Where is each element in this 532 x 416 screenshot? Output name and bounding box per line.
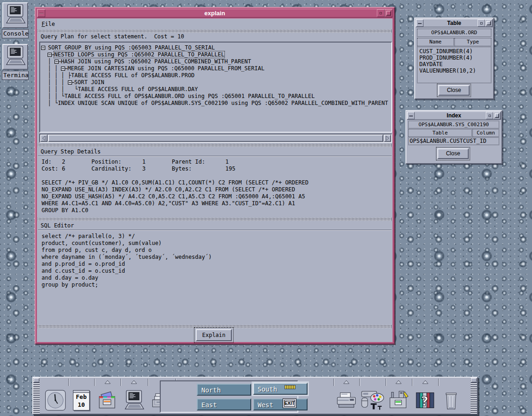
console-icon-label[interactable]: Console xyxy=(2,29,29,38)
explain-button[interactable]: Explain xyxy=(196,329,232,341)
panel-handle-left[interactable] xyxy=(33,378,40,414)
subpanel-arrow-icon[interactable] xyxy=(131,379,137,383)
query-step-sql-text: SELECT /*+ PIV_GB */ A1.C0 C0,SUM(A1.C1)… xyxy=(42,179,308,214)
plan-tree-row[interactable]: │ │ MERGE JOIN CARTESIAN using PQS :Q650… xyxy=(41,65,390,72)
plan-tree-row[interactable]: │ │ └TABLE ACCESS FULL of OPS$ALANBUR.OR… xyxy=(41,93,390,100)
window-menu-button[interactable] xyxy=(407,112,415,119)
console-window-icon[interactable] xyxy=(2,2,28,28)
table-row[interactable]: OPS$ALANBUR.CUSTCUST_ID xyxy=(410,138,499,144)
cell: CUST_ID xyxy=(463,138,487,144)
tree-expand-box[interactable] xyxy=(48,53,52,57)
minimize-button[interactable] xyxy=(478,19,485,27)
maximize-button[interactable] xyxy=(493,112,501,119)
sql-editor-text[interactable]: select /*+ parallel(o, 3) */product, cou… xyxy=(42,233,212,288)
table-col-header-name[interactable]: Name xyxy=(417,38,454,46)
workspace-button-north[interactable]: North xyxy=(197,384,251,396)
query-plan-tree[interactable]: SORT GROUP BY using PQS :Q65003 PARALLEL… xyxy=(39,42,392,133)
text-line: GROUP BY A1.C0 xyxy=(42,207,308,214)
panel-handle-button[interactable] xyxy=(471,378,477,382)
terminal-icon[interactable] xyxy=(121,387,147,413)
explain-titlebar[interactable]: explain xyxy=(37,9,393,18)
panel-handle-button[interactable] xyxy=(34,378,39,382)
index-close-button[interactable]: Close xyxy=(437,148,469,159)
detail-field-value: 195 xyxy=(225,165,236,172)
calendar-icon[interactable]: Feb10 xyxy=(68,387,94,413)
table-row[interactable]: CUST_IDNUMBER(4) xyxy=(419,48,491,55)
subpanel-arrow-icon[interactable] xyxy=(395,379,402,383)
tree-expand-box[interactable] xyxy=(68,80,72,85)
plan-tree-row[interactable]: │ │ │ SORT JOIN xyxy=(41,79,390,86)
tree-expand-box[interactable] xyxy=(41,46,45,50)
minimize-button[interactable] xyxy=(486,112,493,119)
scroll-left-arrow[interactable] xyxy=(40,135,48,142)
plan-tree-row[interactable]: NESTED LOOPS using PQS :Q65002 PARALLEL_… xyxy=(41,51,390,58)
file-manager-icon[interactable] xyxy=(95,387,121,413)
subpanel-arrow-icon[interactable] xyxy=(343,379,350,383)
text-line[interactable]: and c.cust_id = o.cust_id xyxy=(42,268,212,275)
text-line: WHERE A4.C1=A5.C1 AND A4.C0=A5.C0) A2,"C… xyxy=(42,200,308,207)
maximize-button[interactable] xyxy=(485,19,492,27)
panel-slot-divider xyxy=(412,379,413,386)
terminal-icon-label[interactable]: Terminal xyxy=(2,71,29,80)
text-line[interactable]: and p.prod_id = o.prod_id xyxy=(42,261,212,268)
plan-tree-row[interactable]: │ HASH JOIN using PQS :Q65002 PARALLEL_C… xyxy=(41,58,390,65)
subpanel-arrow-icon[interactable] xyxy=(422,379,429,383)
subpanel-arrow-icon[interactable] xyxy=(104,379,111,383)
index-col-header-column[interactable]: Column xyxy=(472,129,499,137)
text-line[interactable]: where dayname in (´monday´, ´tuesday´, ´… xyxy=(42,254,212,261)
tree-node-label[interactable]: HASH JOIN using PQS :Q65002 PARALLEL_COM… xyxy=(61,58,251,65)
tree-node-label[interactable]: MERGE JOIN CARTESIAN using PQS :Q65000 P… xyxy=(67,65,264,72)
style-manager-icon[interactable] xyxy=(360,387,386,413)
scroll-right-arrow[interactable] xyxy=(384,135,391,142)
plan-tree-row[interactable]: │ │ │ └TABLE ACCESS FULL of OPS$ALANBUR.… xyxy=(41,86,390,93)
panel-handle-right[interactable] xyxy=(471,378,477,414)
window-menu-button[interactable] xyxy=(37,9,45,17)
tree-node-label[interactable]: SORT GROUP BY using PQS :Q65003 PARALLEL… xyxy=(48,44,215,51)
table-row[interactable]: DAYDATE xyxy=(419,61,491,67)
workspace-button-south[interactable]: South xyxy=(253,383,308,395)
table-col-header-type[interactable]: Type xyxy=(454,38,491,46)
detail-field-value: 1 xyxy=(142,159,172,165)
plan-tree-row[interactable]: │ │ │ ├TABLE ACCESS FULL of OPS$ALANBUR.… xyxy=(41,72,390,79)
text-line[interactable]: from prod p, cust c, day d, ord o xyxy=(42,247,212,254)
detail-field-value: 1 xyxy=(225,159,236,165)
help-icon[interactable]: ? xyxy=(412,387,438,413)
applications-icon[interactable] xyxy=(386,387,411,413)
table-row[interactable]: VALUENUMBER(10,2) xyxy=(419,67,491,74)
text-line[interactable]: and d.day = o.day xyxy=(42,275,212,281)
separator-sash[interactable] xyxy=(38,144,392,147)
table-close-button[interactable]: Close xyxy=(438,85,470,96)
workspace-button-west[interactable]: West xyxy=(253,398,308,410)
clock-icon[interactable] xyxy=(42,387,68,413)
cell: VALUE xyxy=(419,67,436,74)
tree-node-label[interactable]: TABLE ACCESS FULL of OPS$ALANBUR.PROD xyxy=(71,72,194,79)
window-menu-button[interactable] xyxy=(416,19,423,27)
table-row[interactable]: PROD_IDNUMBER(4) xyxy=(419,55,491,61)
exit-button[interactable]: EXIT xyxy=(283,398,296,408)
tree-node-label[interactable]: INDEX UNIQUE SCAN UNIQUE of OPS$ALANBUR.… xyxy=(58,100,388,106)
minimize-button[interactable] xyxy=(377,9,385,17)
text-line[interactable]: group by product; xyxy=(42,281,212,288)
scrollbar-thumb[interactable] xyxy=(48,135,383,142)
tree-expand-box[interactable] xyxy=(54,60,59,64)
tree-expand-box[interactable] xyxy=(61,67,65,71)
minimize-icon xyxy=(380,12,382,14)
text-line[interactable]: select /*+ parallel(o, 3) */ xyxy=(42,233,212,240)
trash-icon[interactable] xyxy=(438,387,464,413)
terminal-window-icon[interactable] xyxy=(2,44,28,70)
workspace-button-east[interactable]: East xyxy=(197,398,251,410)
tree-node-label[interactable]: SORT JOIN xyxy=(74,79,104,86)
printer-icon[interactable] xyxy=(333,387,359,413)
maximize-icon xyxy=(486,21,491,25)
text-line[interactable]: product, count(customer), sum(value) xyxy=(42,240,212,247)
panel-slot-divider xyxy=(68,379,69,386)
maximize-button[interactable] xyxy=(385,9,393,17)
tree-node-label[interactable]: TABLE ACCESS FULL of OPS$ALANBUR.DAY xyxy=(78,86,198,92)
separator-sash[interactable] xyxy=(38,218,392,221)
plan-tree-row[interactable]: │ └INDEX UNIQUE SCAN UNIQUE of OPS$ALANB… xyxy=(41,100,390,107)
menu-item-file[interactable]: File xyxy=(38,19,59,29)
tree-node-label[interactable]: TABLE ACCESS FULL of OPS$ALANBUR.ORD usi… xyxy=(65,93,315,99)
index-col-header-table[interactable]: Table xyxy=(408,129,472,137)
tree-node-label[interactable]: NESTED LOOPS using PQS :Q65002 PARALLEL_… xyxy=(54,51,224,58)
plan-tree-row[interactable]: SORT GROUP BY using PQS :Q65003 PARALLEL… xyxy=(41,44,390,51)
